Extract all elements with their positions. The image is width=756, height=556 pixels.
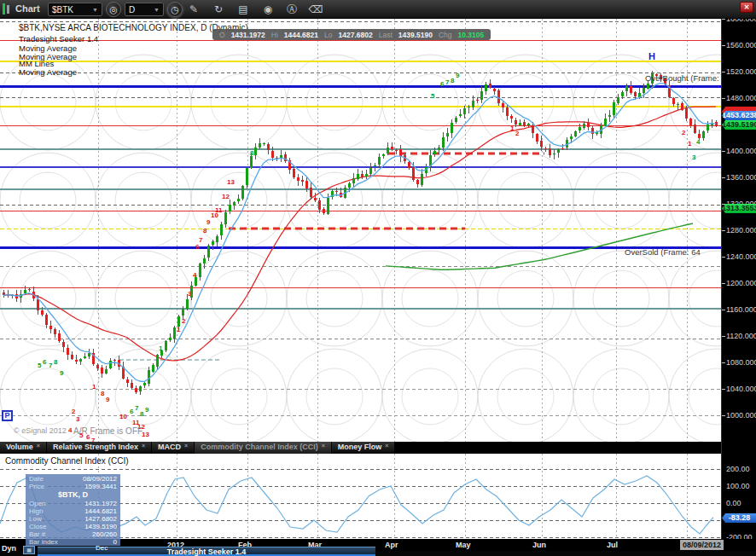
time-axis-label: Jun	[532, 541, 546, 549]
mm-oval-inner	[20, 368, 76, 425]
oversold-label: OverSold (Frame: 64	[625, 247, 701, 257]
tab-close-icon[interactable]: ×	[142, 443, 145, 449]
last-value: 1439.5190	[398, 31, 433, 39]
candle	[378, 157, 381, 165]
count-annotation: 13	[227, 178, 235, 186]
candle	[293, 169, 295, 177]
count-annotation: 7	[135, 404, 139, 412]
mm-oval-inner	[20, 172, 76, 229]
tab-label: MACD	[158, 443, 181, 451]
tab-commodity-channel-index-cci[interactable]: Commodity Channel Index (CCI)×	[195, 442, 332, 454]
tab-close-icon[interactable]: ×	[184, 443, 188, 449]
candle	[45, 315, 48, 324]
candle	[647, 84, 649, 89]
candle	[677, 104, 679, 105]
candle	[301, 180, 304, 181]
candle	[165, 341, 167, 350]
mm-oval-inner	[306, 74, 363, 130]
refresh-icon[interactable]: ↻	[211, 3, 226, 16]
mm-oval-inner	[497, 74, 554, 130]
count-annotation: 8	[203, 227, 207, 235]
tab-relative-strength-index[interactable]: Relative Strength Index×	[47, 442, 152, 454]
count-annotation: 8	[54, 358, 58, 366]
tick-mark	[722, 362, 725, 363]
candle	[186, 299, 189, 310]
candle	[421, 174, 423, 185]
count-annotation: 2	[515, 130, 520, 137]
tick-mark	[722, 98, 725, 99]
candle	[203, 258, 206, 264]
tick-mark	[722, 283, 725, 284]
candle	[233, 202, 236, 205]
close-button[interactable]: ✕	[740, 2, 753, 13]
candle	[79, 359, 82, 362]
candle	[489, 84, 491, 88]
tab-label: Volume	[6, 443, 33, 451]
mm-oval-inner	[402, 172, 458, 229]
price-tick-label: 1200.0000	[726, 279, 756, 287]
symbol-lookup-icon[interactable]: ◎	[106, 2, 121, 17]
callout-icon[interactable]: ▤	[236, 3, 251, 16]
tick-mark	[722, 204, 725, 205]
candle	[527, 124, 530, 125]
tab-label: Commodity Channel Index (CCI)	[201, 443, 318, 451]
candle	[352, 178, 355, 182]
mm-oval	[573, 55, 669, 150]
mm-oval	[478, 349, 573, 442]
candle	[502, 103, 504, 107]
tab-close-icon[interactable]: ×	[385, 443, 388, 449]
count-annotation: 8	[250, 149, 254, 157]
tab-money-flow[interactable]: Money Flow×	[332, 442, 396, 454]
count-annotation: 8	[140, 410, 144, 418]
indicator-tab-bar: Volume×Relative Strength Index×MACD×Comm…	[0, 442, 721, 454]
tick-mark	[722, 336, 725, 337]
workspace-icon[interactable]: ▦	[23, 546, 35, 554]
auto-icon[interactable]: Ⓐ	[284, 3, 299, 16]
price-axis[interactable]: 1600.00001560.00001520.00001480.00001440…	[721, 19, 756, 539]
candle	[335, 191, 338, 193]
count-annotation: 1	[159, 345, 163, 352]
candle	[549, 148, 551, 155]
count-annotation: 3	[692, 153, 696, 161]
chg-value: 10.3105	[458, 31, 485, 39]
mm-oval	[382, 251, 478, 346]
candle	[84, 356, 86, 358]
workspace-tab-seeker[interactable]: Tradesight Seeker 1.4	[38, 547, 375, 556]
candle	[49, 326, 52, 330]
study-label-ma3: Moving Average	[19, 67, 77, 77]
mm-oval-inner	[402, 368, 458, 425]
count-annotation: 4	[68, 426, 73, 434]
mm-oval-inner	[115, 74, 172, 130]
tick-mark	[722, 415, 725, 416]
window-title: Chart	[15, 3, 40, 14]
candle	[173, 327, 176, 338]
candle	[468, 107, 470, 107]
mm-oval	[669, 55, 721, 150]
mm-oval-inner	[689, 270, 721, 327]
tab-close-icon[interactable]: ×	[37, 443, 40, 449]
link-indicator-icon	[3, 3, 10, 14]
tab-volume[interactable]: Volume×	[0, 442, 47, 454]
candle	[515, 120, 517, 125]
frame-status-label: A/R Frame is OFF	[73, 426, 142, 436]
count-annotation: 1	[688, 140, 692, 148]
interval-input[interactable]: D ▼	[125, 3, 164, 16]
tab-close-icon[interactable]: ×	[322, 443, 325, 449]
price-chart[interactable]: 5678912345678910678911121311234678910111…	[0, 19, 721, 442]
candle	[54, 329, 56, 334]
price-tick-label: 1400.0000	[726, 147, 756, 155]
candle	[314, 198, 317, 200]
tab-macd[interactable]: MACD×	[152, 442, 195, 454]
candle	[412, 167, 415, 180]
eraser-icon[interactable]: ⌫	[308, 3, 323, 16]
mm-oval-inner	[211, 270, 267, 327]
symbol-input[interactable]: $BTK ▼	[48, 3, 102, 16]
play-icon[interactable]: ◉	[260, 3, 276, 16]
time-interval-icon[interactable]: ◷	[167, 2, 183, 17]
candle	[267, 144, 270, 150]
count-annotation: 11	[215, 206, 223, 214]
candle	[207, 246, 210, 258]
draw-pencil-icon[interactable]: ✎	[186, 3, 201, 16]
candle	[182, 309, 184, 316]
interval-value: D	[129, 5, 135, 14]
